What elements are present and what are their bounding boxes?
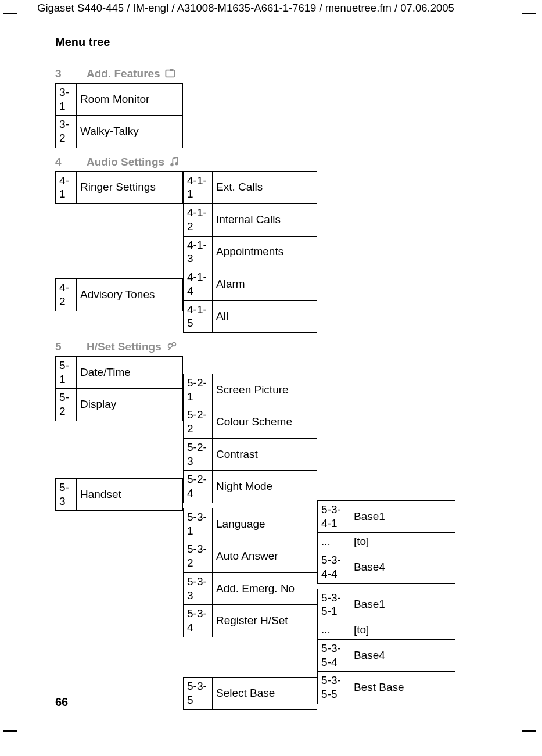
table-row [184,710,317,728]
features-icon [165,69,175,79]
table-row [56,421,183,439]
cell-id: ... [318,621,350,640]
cell-id: 5-3-2 [184,540,213,573]
table-row [56,528,183,546]
crop-mark [522,730,536,746]
cell-label: Colour Scheme [213,406,317,439]
table-row: 5-2-1Screen Picture [184,374,317,406]
table-row: 5-3-4-4Base4 [318,551,455,584]
cell-id: 4-1-4 [184,268,213,301]
table-row [56,239,183,256]
table-row: 4-1Ringer Settings [56,171,183,204]
table-row [184,637,317,655]
table-row: 5-2Display [56,389,183,421]
section-label: Add. Features [87,67,160,81]
table-row: 5-3-5-5Best Base [318,672,455,704]
table-row [318,426,455,443]
table-section-5-level2: 5-2-1Screen Picture 5-2-2Colour Scheme 5… [183,356,317,756]
cell-label: Room Monitor [77,83,183,116]
table-row [56,581,183,598]
cell-id: 5-3-1 [184,508,213,540]
cell-id: 5-2-4 [184,471,213,503]
table-row [318,391,455,409]
cell-label: Auto Answer [213,540,317,573]
cell-id: 4-1-2 [184,204,213,237]
cell-label: [to] [350,533,455,551]
table-row [318,409,455,426]
table-row: 5-3-4-1Base1 [318,500,455,533]
crop-mark [522,13,536,28]
table-row: 5-3Handset [56,478,183,511]
table-row: ...[to] [318,621,455,640]
table-row [56,256,183,274]
table-row: 3-1Room Monitor [56,83,183,116]
cell-label: Base4 [350,639,455,672]
section-3: 3 Add. Features 3-1Room Monitor 3-2Walky… [55,67,502,148]
crop-mark [3,13,17,28]
cell-label: Add. Emerg. No [213,572,317,605]
section-5: 5 H/Set Settings 5-1Date/Time 5-2Display… [55,340,502,756]
cell-label: Select Base [213,677,317,710]
table-row [184,655,317,672]
table-row [56,563,183,581]
cell-id: 5-3-4 [184,605,213,637]
svg-rect-1 [170,69,173,71]
cell-label: Advisory Tones [77,279,183,311]
table-section-4-level2: 4-1-1Ext. Calls 4-1-2Internal Calls 4-1-… [183,171,317,334]
table-row [56,677,183,694]
section-4: 4 Audio Settings 4-1Ringer Settings 4-2A… [55,155,502,333]
cell-label: Display [77,389,183,421]
table-row [318,374,455,391]
cell-id: 4-1-3 [184,236,213,268]
table-row [56,221,183,239]
cell-id: 5-2-1 [184,374,213,406]
table-row [184,727,317,744]
table-row: 5-3-1Language [184,508,317,540]
table-row: 4-1-5All [184,300,317,333]
cell-id: 5-2 [56,389,77,421]
table-row: 4-1-3Appointments [184,236,317,268]
cell-label: Handset [77,478,183,511]
cell-id: 5-2-3 [184,438,213,471]
table-section-5-level3: 5-3-4-1Base1 ...[to] 5-3-4-4Base4 5-3-5-… [317,356,455,704]
crop-mark [3,730,17,746]
cell-label: Register H/Set [213,605,317,637]
cell-label: Ext. Calls [213,171,317,204]
cell-id: 4-1-1 [184,171,213,204]
section-number: 5 [55,340,66,354]
cell-id: 4-1 [56,171,77,204]
section-number: 4 [55,155,66,169]
table-row: 5-2-2Colour Scheme [184,406,317,439]
table-row [318,356,455,374]
cell-id: 5-2-2 [184,406,213,439]
table-row [56,439,183,456]
cell-id: 5-1 [56,356,77,389]
svg-point-3 [175,162,178,165]
table-row: 5-3-4Register H/Set [184,605,317,637]
table-row [56,655,183,672]
table-row: 5-3-5Select Base [184,677,317,710]
table-section-5-level1: 5-1Date/Time 5-2Display 5-3Handset [55,356,183,695]
table-row [56,456,183,474]
cell-label: All [213,300,317,333]
cell-id: 3-1 [56,83,77,116]
cell-id: 3-2 [56,116,77,148]
table-row [56,546,183,563]
cell-label: Screen Picture [213,374,317,406]
cell-label: Base1 [350,500,455,533]
table-row [56,511,183,529]
table-row: 5-3-5-4Base4 [318,639,455,672]
cell-label: Date/Time [77,356,183,389]
cell-label: Base4 [350,551,455,584]
cell-id: 5-3-3 [184,572,213,605]
cell-label: Base1 [350,589,455,621]
table-row [56,620,183,637]
table-row: 5-2-3Contrast [184,438,317,471]
cell-label: Walky-Talky [77,116,183,148]
section-label: Audio Settings [87,155,164,169]
document-header-line: Gigaset S440-445 / IM-engl / A31008-M163… [37,1,454,15]
table-row [56,204,183,222]
page-number: 66 [55,695,68,710]
cell-id: 5-3-4-1 [318,500,350,533]
wrench-icon [166,342,177,352]
